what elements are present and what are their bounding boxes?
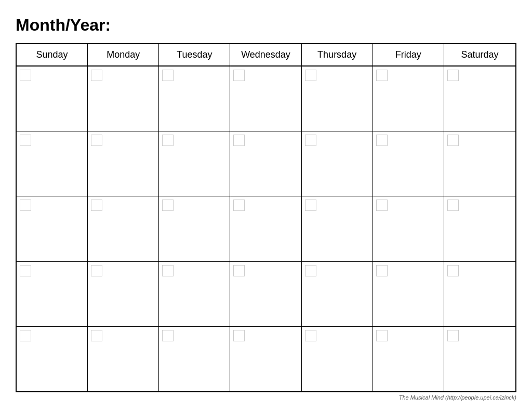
header-day-sunday: Sunday: [17, 44, 88, 65]
date-number-box: [305, 330, 316, 341]
day-cell: [230, 67, 301, 131]
day-cell: [88, 262, 159, 326]
day-cell: [444, 196, 515, 261]
day-cell: [444, 327, 515, 391]
date-number-box: [20, 135, 31, 146]
date-number-box: [91, 135, 102, 146]
date-number-box: [20, 200, 31, 211]
day-cell: [17, 327, 88, 391]
week-row-4: [17, 262, 515, 327]
day-cell: [159, 262, 230, 326]
day-cell: [159, 196, 230, 261]
date-number-box: [447, 135, 459, 146]
date-number-box: [91, 200, 102, 211]
day-cell: [88, 327, 159, 391]
day-cell: [302, 131, 373, 196]
date-number-box: [162, 70, 174, 81]
day-cell: [88, 196, 159, 261]
date-number-box: [305, 135, 316, 146]
day-cell: [302, 67, 373, 131]
calendar-body: [17, 67, 515, 391]
date-number-box: [305, 70, 316, 81]
date-number-box: [376, 200, 388, 211]
date-number-box: [305, 200, 316, 211]
header-day-wednesday: Wednesday: [230, 44, 301, 65]
page-title: Month/Year:: [16, 16, 111, 35]
date-number-box: [91, 330, 102, 341]
date-number-box: [376, 330, 388, 341]
day-cell: [302, 327, 373, 391]
day-cell: [230, 196, 301, 261]
day-cell: [302, 196, 373, 261]
day-cell: [230, 262, 301, 326]
week-row-1: [17, 67, 515, 131]
date-number-box: [233, 200, 245, 211]
day-cell: [159, 67, 230, 131]
header-day-tuesday: Tuesday: [159, 44, 230, 65]
date-number-box: [20, 265, 31, 276]
week-row-5: [17, 327, 515, 391]
calendar-header: SundayMondayTuesdayWednesdayThursdayFrid…: [17, 44, 515, 67]
header-day-friday: Friday: [373, 44, 444, 65]
day-cell: [373, 131, 444, 196]
date-number-box: [447, 265, 459, 276]
date-number-box: [376, 70, 388, 81]
day-cell: [230, 131, 301, 196]
date-number-box: [162, 330, 174, 341]
week-row-3: [17, 196, 515, 261]
day-cell: [17, 67, 88, 131]
calendar: SundayMondayTuesdayWednesdayThursdayFrid…: [16, 43, 516, 392]
date-number-box: [91, 265, 102, 276]
day-cell: [444, 262, 515, 326]
day-cell: [88, 67, 159, 131]
day-cell: [444, 131, 515, 196]
date-number-box: [233, 265, 245, 276]
day-cell: [373, 196, 444, 261]
day-cell: [373, 262, 444, 326]
date-number-box: [305, 265, 316, 276]
date-number-box: [162, 135, 174, 146]
day-cell: [373, 327, 444, 391]
date-number-box: [162, 200, 174, 211]
day-cell: [17, 262, 88, 326]
date-number-box: [376, 135, 388, 146]
date-number-box: [233, 135, 245, 146]
day-cell: [373, 67, 444, 131]
header-day-monday: Monday: [88, 44, 159, 65]
date-number-box: [376, 265, 388, 276]
date-number-box: [20, 70, 31, 81]
day-cell: [302, 262, 373, 326]
day-cell: [17, 196, 88, 261]
header-day-saturday: Saturday: [444, 44, 515, 65]
date-number-box: [233, 70, 245, 81]
date-number-box: [233, 330, 245, 341]
date-number-box: [20, 330, 31, 341]
week-row-2: [17, 131, 515, 196]
footer-credit: The Musical Mind (http://people.upei.ca/…: [16, 392, 516, 401]
date-number-box: [447, 330, 459, 341]
date-number-box: [162, 265, 174, 276]
day-cell: [159, 131, 230, 196]
day-cell: [444, 67, 515, 131]
day-cell: [230, 327, 301, 391]
header-day-thursday: Thursday: [302, 44, 373, 65]
day-cell: [88, 131, 159, 196]
date-number-box: [91, 70, 102, 81]
date-number-box: [447, 200, 459, 211]
day-cell: [17, 131, 88, 196]
date-number-box: [447, 70, 459, 81]
day-cell: [159, 327, 230, 391]
